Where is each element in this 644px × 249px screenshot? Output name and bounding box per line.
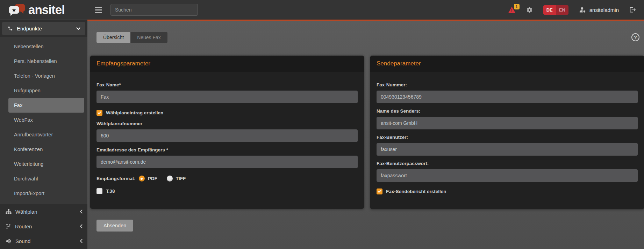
fax-password-input[interactable] — [377, 169, 638, 182]
sidebar-item-webfax[interactable]: WebFax — [0, 113, 87, 127]
sidebar-item-rufgruppen[interactable]: Rufgruppen — [0, 83, 87, 98]
tab-uebersicht[interactable]: Übersicht — [96, 32, 130, 43]
sidebar-submenu: Nebenstellen Pers. Nebenstellen Telefon … — [0, 37, 87, 204]
format-pdf-label: PDF — [148, 176, 157, 181]
sender-name-input[interactable] — [377, 117, 638, 129]
panel-title: Sendeparameter — [377, 60, 421, 67]
gear-icon — [526, 7, 533, 13]
receive-format-label: Empfangsformat: — [96, 176, 136, 181]
format-tiff-radio[interactable] — [167, 176, 173, 182]
send-report-label: Fax-Sendebericht erstellen — [386, 189, 446, 194]
sidebar-item-durchwahl[interactable]: Durchwahl — [0, 171, 87, 186]
check-icon — [98, 111, 101, 114]
topbar-right: 1 DE EN ansiteladmin — [508, 5, 644, 15]
dialplan-entry-label: Wählplaneintrag erstellen — [106, 110, 163, 115]
sidebar-item-telefon-vorlagen[interactable]: Telefon - Vorlagen — [0, 69, 87, 83]
alerts-button[interactable]: 1 — [508, 6, 516, 13]
sidebar-item-waehlplan[interactable]: Wählplan — [0, 204, 87, 219]
sidebar-item-nebenstellen[interactable]: Nebenstellen — [0, 39, 87, 54]
search-input[interactable] — [110, 4, 198, 16]
t38-checkbox[interactable] — [96, 188, 102, 194]
chevron-down-icon — [76, 27, 80, 30]
fax-number-input[interactable] — [377, 91, 638, 103]
submit-button[interactable]: Absenden — [96, 220, 133, 232]
settings-button[interactable] — [526, 7, 533, 13]
sidebar-group-endpunkte[interactable]: Endpunkte — [2, 22, 85, 35]
chevron-left-icon — [80, 209, 83, 214]
tab-neues-fax[interactable]: Neues Fax — [130, 32, 167, 43]
receive-parameters-panel: Empfangsparameter Fax-Name* Wählplaneint… — [90, 56, 364, 209]
sidebar-item-label: Sound — [15, 238, 30, 244]
brand-logo[interactable]: ★ ansitel — [0, 0, 87, 20]
speaker-icon — [6, 238, 12, 244]
username-label: ansiteladmin — [589, 7, 619, 13]
panels-row: Empfangsparameter Fax-Name* Wählplaneint… — [90, 56, 644, 209]
sidebar-item-routen[interactable]: Routen — [0, 219, 87, 234]
phone-icon — [8, 26, 13, 31]
lang-en-button[interactable]: EN — [556, 5, 568, 15]
fax-name-input[interactable] — [96, 91, 358, 103]
sitemap-icon — [6, 209, 12, 214]
logout-icon — [629, 6, 636, 13]
send-parameters-panel: Sendeparameter Fax-Nummer: Name des Send… — [370, 56, 644, 209]
user-shield-icon — [579, 7, 586, 13]
sidebar-item-weiterleitung[interactable]: Weiterleitung — [0, 157, 87, 171]
tab-bar: Übersicht Neues Fax — [96, 32, 167, 43]
main-content: Übersicht Neues Fax ? Empfangsparameter … — [87, 20, 644, 249]
sidebar-item-pers-nebenstellen[interactable]: Pers. Nebenstellen — [0, 54, 87, 69]
sidebar-item-konferenzen[interactable]: Konferenzen — [0, 142, 87, 157]
sidebar: Endpunkte Nebenstellen Pers. Nebenstelle… — [0, 20, 87, 249]
chevron-left-icon — [80, 239, 83, 243]
format-pdf-radio[interactable] — [139, 176, 145, 182]
panel-body: Fax-Name* Wählplaneintrag erstellen Wähl… — [90, 72, 364, 209]
t38-label: T.38 — [106, 188, 115, 194]
fax-user-input[interactable] — [377, 143, 638, 156]
user-menu[interactable]: ansiteladmin — [579, 7, 619, 13]
check-icon — [378, 190, 381, 193]
fax-number-label: Fax-Nummer: — [377, 82, 638, 87]
send-report-checkbox[interactable] — [377, 188, 382, 194]
sidebar-item-fax[interactable]: Fax — [8, 98, 84, 113]
dialplan-number-input[interactable] — [96, 129, 358, 142]
sender-name-label: Name des Senders: — [377, 108, 638, 114]
panel-header: Empfangsparameter — [90, 56, 364, 72]
topbar: ★ ansitel 1 DE EN ansiteladmin — [0, 0, 644, 20]
brand-name: ansitel — [28, 3, 65, 17]
dialplan-number-label: Wählplanrufnummer — [96, 121, 358, 126]
star-icon: ★ — [9, 6, 19, 14]
panel-header: Sendeparameter — [370, 56, 644, 72]
logout-button[interactable] — [629, 6, 636, 13]
sidebar-item-label: Wählplan — [15, 209, 37, 215]
help-icon[interactable]: ? — [631, 33, 639, 41]
dialplan-entry-checkbox[interactable] — [96, 110, 102, 116]
speech-bubble-star-icon: ★ — [9, 3, 25, 16]
format-tiff-label: TIFF — [176, 176, 186, 181]
alert-count-badge: 1 — [514, 4, 520, 9]
sidebar-item-sound[interactable]: Sound — [0, 234, 87, 248]
sidebar-item-import-export[interactable]: Import/Export — [0, 186, 87, 201]
recipient-email-label: Emailadresse des Empfängers * — [96, 147, 358, 152]
fax-user-label: Fax-Benutzer: — [377, 135, 638, 140]
sidebar-group-label: Endpunkte — [17, 26, 42, 31]
route-branch-icon — [6, 223, 11, 229]
menu-toggle-icon[interactable] — [95, 7, 102, 13]
fax-name-label: Fax-Name* — [96, 82, 358, 87]
fax-password-label: Fax-Benutzerpasswort: — [377, 161, 638, 166]
language-toggle: DE EN — [543, 5, 568, 15]
panel-body: Fax-Nummer: Name des Senders: Fax-Benutz… — [370, 72, 644, 209]
chevron-left-icon — [80, 224, 83, 228]
lang-de-button[interactable]: DE — [543, 5, 556, 15]
recipient-email-input[interactable] — [96, 156, 358, 168]
sidebar-item-label: Routen — [15, 223, 32, 229]
sidebar-item-anrufbeantworter[interactable]: Anrufbeantworter — [0, 127, 87, 142]
panel-title: Empfangsparameter — [96, 60, 150, 67]
